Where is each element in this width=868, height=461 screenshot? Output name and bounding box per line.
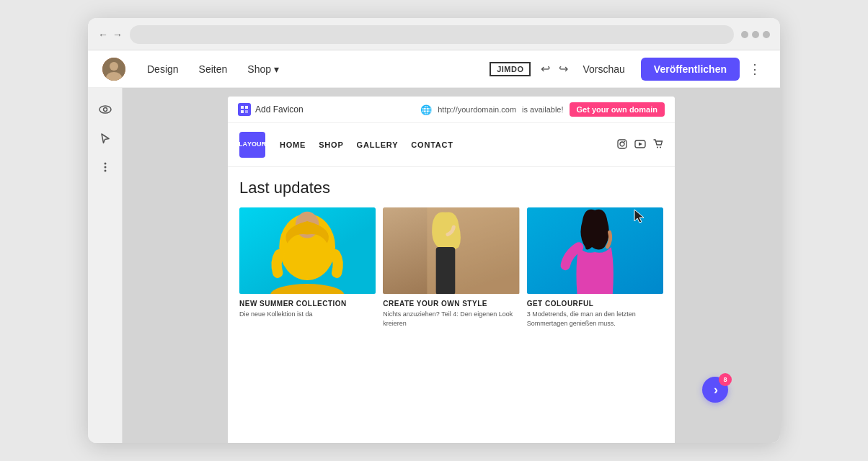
favicon-icon bbox=[238, 103, 251, 116]
undo-button[interactable]: ↩ bbox=[536, 59, 554, 79]
svg-point-6 bbox=[104, 166, 106, 169]
svg-point-14 bbox=[624, 140, 626, 142]
preview-area: Add Favicon 🌐 http://yourdomain.com is a… bbox=[123, 88, 780, 443]
favicon-bar: Add Favicon 🌐 http://yourdomain.com is a… bbox=[228, 97, 675, 123]
youtube-icon[interactable] bbox=[634, 140, 646, 151]
shop-chevron-icon: ▾ bbox=[274, 63, 279, 75]
svg-point-5 bbox=[104, 163, 106, 165]
jimdo-badge[interactable]: JIMDO bbox=[490, 62, 531, 76]
add-favicon-button[interactable]: Add Favicon bbox=[238, 103, 304, 116]
chat-bubble-container: › 8 bbox=[702, 377, 728, 403]
vorschau-button[interactable]: Vorschau bbox=[572, 59, 634, 79]
card-1-title: NEW SUMMER COLLECTION bbox=[239, 300, 376, 308]
avatar[interactable] bbox=[102, 58, 125, 81]
cart-icon[interactable] bbox=[653, 139, 663, 151]
svg-point-18 bbox=[660, 146, 661, 148]
svg-point-17 bbox=[657, 146, 658, 148]
card-2-desc: Nichts anzuziehen? Teil 4: Den eigenen L… bbox=[383, 310, 519, 328]
svg-marker-16 bbox=[639, 142, 642, 146]
logo-line2: YOUR bbox=[247, 141, 266, 148]
editor-toolbar: Design Seiten Shop ▾ JIMDO ↩ ↪ Vorschau … bbox=[88, 50, 780, 88]
address-bar[interactable] bbox=[130, 25, 734, 44]
chat-button[interactable]: › 8 bbox=[702, 377, 728, 403]
cursor-tool[interactable] bbox=[92, 125, 118, 151]
svg-point-7 bbox=[104, 170, 106, 172]
card-1-image bbox=[239, 207, 376, 294]
eye-tool[interactable] bbox=[92, 97, 118, 122]
globe-icon: 🌐 bbox=[420, 104, 432, 115]
nav-shop[interactable]: SHOP bbox=[319, 140, 343, 149]
instagram-icon[interactable] bbox=[617, 139, 627, 151]
more-tool[interactable] bbox=[92, 154, 118, 180]
section-title: Last updates bbox=[239, 179, 663, 197]
svg-rect-8 bbox=[241, 106, 244, 109]
svg-rect-26 bbox=[436, 247, 456, 294]
nav-contact[interactable]: CONTACT bbox=[411, 140, 453, 149]
chat-badge: 8 bbox=[719, 373, 732, 386]
nav-arrows: ← → bbox=[98, 29, 123, 40]
domain-info: 🌐 http://yourdomain.com is available! Ge… bbox=[420, 102, 665, 117]
site-nav: LA YOUR HOME SHOP GALLERY CONTACT bbox=[228, 123, 675, 167]
domain-url: http://yourdomain.com bbox=[438, 105, 516, 114]
browser-dot-1 bbox=[741, 31, 748, 38]
add-favicon-label: Add Favicon bbox=[255, 104, 304, 115]
nav-home[interactable]: HOME bbox=[280, 140, 306, 149]
card-2[interactable]: CREATE YOUR OWN STYLE Nichts anzuziehen?… bbox=[383, 207, 519, 328]
browser-dot-3 bbox=[763, 31, 770, 38]
card-1[interactable]: NEW SUMMER COLLECTION Die neue Kollektio… bbox=[239, 207, 376, 328]
card-3-image bbox=[527, 207, 663, 294]
design-button[interactable]: Design bbox=[137, 59, 189, 79]
card-3-desc: 3 Modetrends, die man an den letzten Som… bbox=[527, 310, 663, 328]
cards-grid: NEW SUMMER COLLECTION Die neue Kollektio… bbox=[239, 207, 663, 328]
svg-point-13 bbox=[620, 142, 624, 146]
forward-arrow[interactable]: → bbox=[112, 29, 123, 40]
preview-frame: Add Favicon 🌐 http://yourdomain.com is a… bbox=[228, 97, 675, 443]
chat-icon: › bbox=[714, 382, 718, 398]
more-button[interactable]: ⋮ bbox=[744, 58, 766, 80]
nav-gallery[interactable]: GALLERY bbox=[357, 140, 399, 149]
browser-dots bbox=[741, 31, 770, 38]
card-2-title: CREATE YOUR OWN STYLE bbox=[383, 300, 519, 308]
publish-button[interactable]: Veröffentlichen bbox=[641, 58, 740, 81]
domain-available: is available! bbox=[522, 105, 563, 114]
svg-point-4 bbox=[103, 108, 107, 112]
back-arrow[interactable]: ← bbox=[98, 29, 108, 40]
svg-rect-9 bbox=[245, 106, 248, 109]
shop-button[interactable]: Shop ▾ bbox=[237, 59, 289, 79]
left-sidebar bbox=[88, 88, 123, 443]
svg-point-1 bbox=[110, 62, 118, 71]
logo-line1: LA bbox=[239, 141, 247, 148]
site-content: Last updates bbox=[228, 167, 675, 443]
browser-dot-2 bbox=[752, 31, 759, 38]
site-nav-icons bbox=[617, 139, 663, 151]
browser-top-bar: ← → bbox=[98, 25, 770, 44]
browser-window: ← → Design Seiten Shop ▾ JIMDO bbox=[88, 18, 780, 443]
card-3-title: GET COLOURFUL bbox=[527, 300, 663, 308]
site-logo[interactable]: LA YOUR bbox=[239, 132, 265, 158]
svg-rect-11 bbox=[245, 110, 248, 113]
svg-rect-10 bbox=[241, 110, 244, 113]
card-3[interactable]: GET COLOURFUL 3 Modetrends, die man an d… bbox=[527, 207, 663, 328]
browser-chrome: ← → bbox=[88, 18, 780, 50]
get-domain-button[interactable]: Get your own domain bbox=[570, 102, 665, 117]
main-content: Add Favicon 🌐 http://yourdomain.com is a… bbox=[88, 88, 780, 443]
svg-rect-12 bbox=[618, 140, 626, 148]
redo-button[interactable]: ↪ bbox=[554, 59, 572, 79]
site-nav-links: HOME SHOP GALLERY CONTACT bbox=[280, 140, 617, 149]
card-1-desc: Die neue Kollektion ist da bbox=[239, 310, 376, 319]
seiten-button[interactable]: Seiten bbox=[189, 59, 238, 79]
card-2-image bbox=[383, 207, 519, 294]
svg-point-3 bbox=[99, 106, 111, 113]
